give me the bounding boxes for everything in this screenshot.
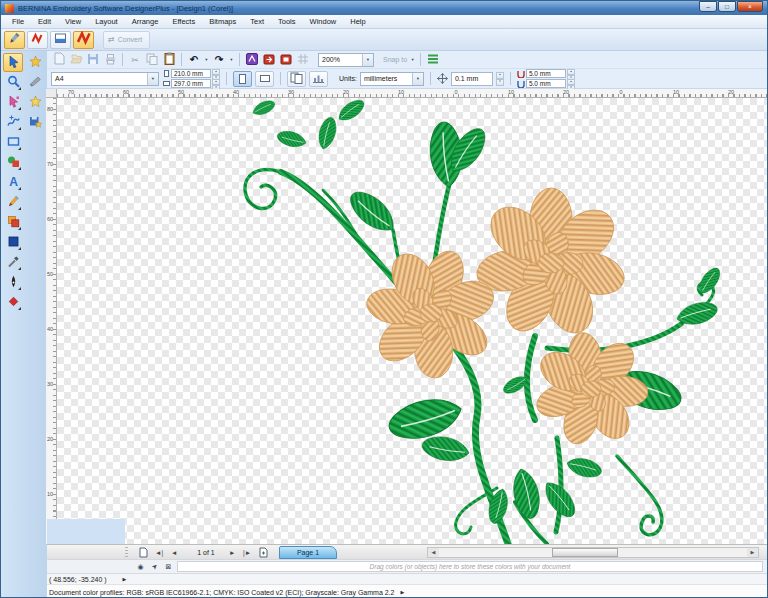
- previous-page-button[interactable]: ◄: [171, 546, 177, 559]
- print-button[interactable]: [102, 52, 118, 67]
- eyedropper-tool-button[interactable]: [3, 253, 23, 272]
- expand-arrow-icon[interactable]: ▶: [400, 589, 404, 595]
- last-page-button[interactable]: |►: [243, 546, 251, 559]
- nudge-spinner[interactable]: ▴▾: [496, 72, 504, 86]
- carving-stamp-tool-button[interactable]: [3, 293, 23, 312]
- units-value: millimeters: [364, 75, 397, 82]
- save-design-tool-button[interactable]: [25, 113, 45, 132]
- portrait-button[interactable]: [233, 71, 252, 87]
- minimize-button[interactable]: –: [699, 1, 717, 12]
- scroll-right-button[interactable]: ▶: [747, 548, 758, 557]
- redo-button[interactable]: ↷: [211, 52, 227, 67]
- color-wheel-icon[interactable]: ◉: [135, 561, 146, 572]
- menu-bitmaps[interactable]: Bitmaps: [202, 15, 243, 29]
- pen-tool-button[interactable]: [3, 273, 23, 292]
- horizontal-scrollbar[interactable]: ◀ ▶: [427, 547, 759, 558]
- pencil-tool-button[interactable]: [3, 193, 23, 212]
- chevron-down-icon[interactable]: ▾: [362, 54, 373, 66]
- save-object-button[interactable]: [278, 52, 294, 67]
- print-preview-page-icon[interactable]: [139, 546, 148, 559]
- menu-edit[interactable]: Edit: [31, 15, 58, 29]
- zoom-combobox[interactable]: 200% ▾: [318, 53, 374, 67]
- menu-view[interactable]: View: [58, 15, 88, 29]
- page-height-spinner[interactable]: ▴▾: [212, 79, 220, 88]
- pen-nib-icon: [7, 274, 20, 292]
- page-height-field[interactable]: 297.0 mm: [171, 79, 211, 88]
- lettering-tool-button[interactable]: A: [3, 173, 23, 192]
- menu-arrange[interactable]: Arrange: [125, 15, 166, 29]
- grid-spacing-y-spinner[interactable]: ▴▾: [567, 79, 575, 88]
- grid-spacing-x-spinner[interactable]: ▴▾: [567, 69, 575, 78]
- undo-dropdown[interactable]: ▾: [203, 57, 210, 62]
- copy-button[interactable]: [144, 52, 160, 67]
- document-color-strip[interactable]: Drag colors (or objects) here to store t…: [177, 561, 763, 572]
- undo-button[interactable]: ↶: [186, 52, 202, 67]
- embroidery-library-button[interactable]: [50, 31, 71, 49]
- h-ruler-label: 60: [123, 89, 129, 95]
- star-shape-tool-button[interactable]: [25, 93, 45, 112]
- next-page-button[interactable]: ►: [229, 546, 235, 559]
- nudge-distance-field[interactable]: 0.1 mm: [451, 72, 493, 86]
- embroidery-canvas-small-button[interactable]: [27, 31, 48, 49]
- page-width-spinner[interactable]: ▴▾: [212, 69, 220, 78]
- restore-button[interactable]: □: [718, 1, 736, 12]
- convert-label: Convert: [118, 36, 143, 43]
- embroidery-canvas-button[interactable]: [73, 31, 94, 49]
- reshape-tool-button[interactable]: [3, 93, 23, 112]
- page-width-field[interactable]: 210.0 mm: [171, 69, 211, 78]
- menu-file[interactable]: File: [5, 15, 31, 29]
- menu-help[interactable]: Help: [343, 15, 372, 29]
- remove-color-icon[interactable]: ⊠: [163, 561, 174, 572]
- open-object-button[interactable]: [261, 52, 277, 67]
- close-button[interactable]: ×: [737, 1, 763, 12]
- design-canvas[interactable]: [57, 98, 768, 544]
- grid-toggle-button[interactable]: [295, 52, 311, 67]
- convert-button[interactable]: ⇄ Convert: [103, 31, 150, 49]
- duplicate-tool-button[interactable]: [3, 213, 23, 232]
- expand-arrow-icon[interactable]: ▶: [123, 576, 127, 582]
- select-tool-button[interactable]: [3, 53, 23, 72]
- landscape-button[interactable]: [255, 71, 274, 87]
- chevron-down-icon[interactable]: ▾: [412, 73, 423, 85]
- toolbox-dock: A: [1, 51, 47, 597]
- paper-size-combobox[interactable]: A4 ▾: [51, 72, 159, 86]
- menu-window[interactable]: Window: [303, 15, 344, 29]
- freehand-draw-tool-button[interactable]: [3, 113, 23, 132]
- new-design-button[interactable]: [51, 52, 67, 67]
- artwork-canvas-button[interactable]: [4, 31, 25, 49]
- shapes-tool-button[interactable]: [3, 153, 23, 172]
- page-tab[interactable]: Page 1: [279, 546, 337, 559]
- first-page-button[interactable]: ◄|: [155, 546, 163, 559]
- paste-button[interactable]: [161, 52, 177, 67]
- stitch-density-button[interactable]: [309, 71, 328, 87]
- redo-dropdown[interactable]: ▾: [228, 57, 235, 62]
- chevron-down-icon[interactable]: ▾: [147, 73, 158, 85]
- snap-to-dropdown[interactable]: Snap to ▾: [383, 56, 416, 63]
- scrollbar-thumb[interactable]: [552, 548, 618, 557]
- knife-tool-button[interactable]: [25, 73, 45, 92]
- menu-layout[interactable]: Layout: [88, 15, 125, 29]
- scroll-left-button[interactable]: ◀: [428, 548, 439, 557]
- object-properties-button[interactable]: [425, 52, 441, 67]
- units-combobox[interactable]: millimeters ▾: [360, 72, 424, 86]
- fill-tool-button[interactable]: [3, 233, 23, 252]
- star-icon: [29, 94, 42, 112]
- color-picker-icon[interactable]: ➤: [147, 559, 163, 575]
- menu-text[interactable]: Text: [243, 15, 271, 29]
- menu-tools[interactable]: Tools: [271, 15, 303, 29]
- open-design-button[interactable]: [68, 52, 84, 67]
- red-save-icon: [280, 53, 292, 67]
- save-design-button[interactable]: [85, 52, 101, 67]
- all-pages-button[interactable]: [287, 71, 306, 87]
- add-page-button[interactable]: [259, 546, 268, 559]
- insert-embroidery-button[interactable]: [244, 52, 260, 67]
- grid-spacing-y-field[interactable]: 5.0 mm: [526, 79, 566, 88]
- grid-spacing-x-field[interactable]: 5.0 mm: [526, 69, 566, 78]
- ruler-corner: [46, 89, 57, 98]
- zoom-tool-button[interactable]: [3, 73, 23, 92]
- menu-effects[interactable]: Effects: [165, 15, 202, 29]
- v-ruler-label: 80: [47, 106, 53, 112]
- cut-button[interactable]: ✂: [127, 52, 143, 67]
- design-star-tool-button[interactable]: [25, 53, 45, 72]
- rectangle-tool-button[interactable]: [3, 133, 23, 152]
